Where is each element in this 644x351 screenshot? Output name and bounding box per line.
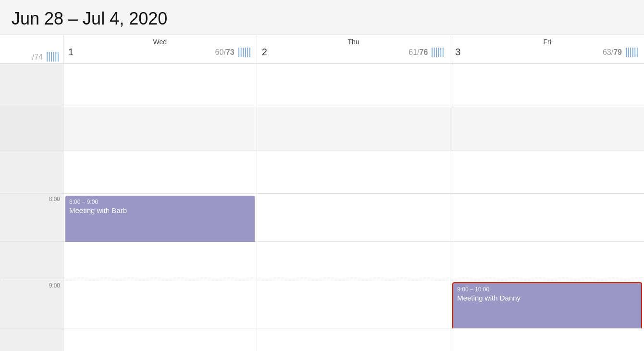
- time-930: [0, 328, 63, 351]
- fri-row-2[interactable]: [450, 107, 644, 150]
- thu-day-number: 2: [262, 47, 267, 58]
- calendar-title: Jun 28 – Jul 4, 2020: [0, 0, 644, 35]
- time-9am: 9:00: [0, 280, 63, 328]
- wed-9am[interactable]: [63, 280, 257, 328]
- fri-9am[interactable]: 9:00 – 10:00 Meeting with Danny: [450, 280, 644, 328]
- event-danny-title: Meeting with Danny: [457, 294, 637, 302]
- fri-allday-1[interactable]: [450, 64, 644, 107]
- wed-8am[interactable]: 8:00 – 9:00 Meeting with Barb: [63, 194, 257, 242]
- time-row-3: [0, 150, 63, 194]
- fri-day-number: 3: [455, 47, 460, 58]
- partial-week-stat: /74: [32, 53, 43, 62]
- time-row-2: [0, 107, 63, 150]
- header-fri[interactable]: Fri 3 63/79: [450, 35, 644, 64]
- wed-day-stats: 60/73: [215, 48, 252, 57]
- time-830: [0, 242, 63, 280]
- thu-930[interactable]: [257, 328, 451, 351]
- fri-day-stats: 63/79: [603, 48, 639, 57]
- event-meeting-danny[interactable]: 9:00 – 10:00 Meeting with Danny: [452, 282, 642, 335]
- time-allday-1: [0, 64, 63, 107]
- hatch-icon-thu: [430, 48, 445, 57]
- wed-day-number: 1: [68, 47, 74, 58]
- hatch-icon-fri: [624, 48, 639, 57]
- wed-row-2[interactable]: [63, 107, 257, 150]
- fri-row-3[interactable]: [450, 150, 644, 194]
- thu-9am[interactable]: [257, 280, 451, 328]
- thu-8am[interactable]: [257, 194, 451, 242]
- event-danny-time: 9:00 – 10:00: [457, 286, 637, 293]
- wed-day-name: Wed: [68, 38, 252, 46]
- wed-830[interactable]: [63, 242, 257, 280]
- thu-day-name: Thu: [262, 38, 446, 46]
- thu-830[interactable]: [257, 242, 451, 280]
- hatch-icon-week: [45, 52, 60, 62]
- header-wed[interactable]: Wed 1 60/73: [63, 35, 257, 64]
- thu-row-2[interactable]: [257, 107, 451, 150]
- wed-allday-1[interactable]: [63, 64, 257, 107]
- header-time-cell: /74: [0, 35, 63, 64]
- event-barb-time: 8:00 – 9:00: [69, 199, 251, 205]
- fri-8am[interactable]: [450, 194, 644, 242]
- calendar-grid: /74 Wed 1 60/73: [0, 35, 644, 351]
- header-thu[interactable]: Thu 2 61/76: [257, 35, 451, 64]
- fri-day-name: Fri: [455, 38, 639, 46]
- thu-allday-1[interactable]: [257, 64, 451, 107]
- time-8am: 8:00: [0, 194, 63, 242]
- fri-930[interactable]: [450, 328, 644, 351]
- event-barb-title: Meeting with Barb: [69, 206, 251, 214]
- calendar-container: Jun 28 – Jul 4, 2020 /74: [0, 0, 644, 351]
- hatch-icon-wed: [236, 48, 252, 57]
- thu-day-stats: 61/76: [409, 48, 445, 57]
- event-meeting-barb[interactable]: 8:00 – 9:00 Meeting with Barb: [65, 196, 255, 249]
- wed-930[interactable]: [63, 328, 257, 351]
- thu-row-3[interactable]: [257, 150, 451, 194]
- fri-830[interactable]: [450, 242, 644, 280]
- wed-row-3[interactable]: [63, 150, 257, 194]
